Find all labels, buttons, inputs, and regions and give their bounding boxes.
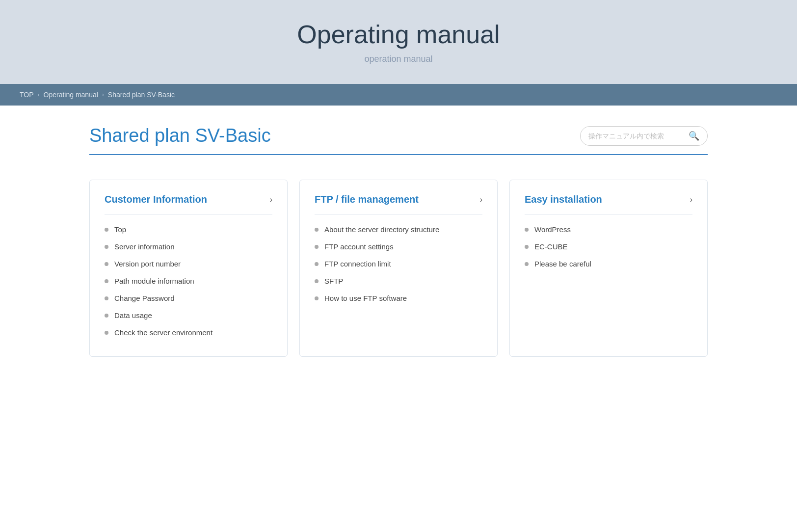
- card-arrow-ftp-file-management[interactable]: ›: [480, 195, 482, 204]
- card-header-easy-installation: Easy installation›: [525, 194, 692, 205]
- list-item[interactable]: Path module information: [105, 277, 272, 285]
- header-subtitle: operation manual: [10, 54, 787, 64]
- list-item[interactable]: Check the server environment: [105, 328, 272, 337]
- list-item[interactable]: Top: [105, 225, 272, 234]
- search-input[interactable]: [588, 132, 684, 140]
- card-arrow-customer-information[interactable]: ›: [270, 195, 272, 204]
- list-item[interactable]: About the server directory structure: [315, 225, 482, 234]
- page-title-row: Shared plan SV-Basic 🔍: [89, 125, 708, 155]
- list-item[interactable]: FTP connection limit: [315, 260, 482, 268]
- breadcrumb-current: Shared plan SV-Basic: [108, 91, 175, 99]
- main-content: Shared plan SV-Basic 🔍 Customer Informat…: [70, 106, 727, 386]
- card-header-customer-information: Customer Information›: [105, 194, 272, 205]
- list-item[interactable]: EC-CUBE: [525, 242, 692, 251]
- list-item[interactable]: Data usage: [105, 311, 272, 319]
- card-divider-customer-information: [105, 214, 272, 214]
- breadcrumb-separator-2: ›: [102, 91, 104, 98]
- card-header-ftp-file-management: FTP / file management›: [315, 194, 482, 205]
- breadcrumb-top[interactable]: TOP: [20, 91, 34, 99]
- list-item[interactable]: SFTP: [315, 277, 482, 285]
- card-easy-installation: Easy installation›WordPressEC-CUBEPlease…: [509, 180, 708, 357]
- card-list-customer-information: TopServer informationVersion port number…: [105, 225, 272, 337]
- list-item[interactable]: Please be careful: [525, 260, 692, 268]
- card-divider-ftp-file-management: [315, 214, 482, 214]
- page-title: Shared plan SV-Basic: [89, 125, 271, 146]
- list-item[interactable]: Change Password: [105, 294, 272, 302]
- card-list-easy-installation: WordPressEC-CUBEPlease be careful: [525, 225, 692, 268]
- page-header: Operating manual operation manual: [0, 0, 797, 84]
- cards-grid: Customer Information›TopServer informati…: [89, 180, 708, 357]
- list-item[interactable]: Version port number: [105, 260, 272, 268]
- list-item[interactable]: Server information: [105, 242, 272, 251]
- search-icon[interactable]: 🔍: [689, 131, 699, 141]
- card-ftp-file-management: FTP / file management›About the server d…: [299, 180, 498, 357]
- card-title-easy-installation[interactable]: Easy installation: [525, 194, 602, 205]
- list-item[interactable]: WordPress: [525, 225, 692, 234]
- list-item[interactable]: How to use FTP software: [315, 294, 482, 302]
- header-title: Operating manual: [10, 20, 787, 49]
- search-box[interactable]: 🔍: [580, 126, 708, 146]
- breadcrumb: TOP › Operating manual › Shared plan SV-…: [0, 84, 797, 106]
- card-arrow-easy-installation[interactable]: ›: [690, 195, 692, 204]
- list-item[interactable]: FTP account settings: [315, 242, 482, 251]
- breadcrumb-operating-manual[interactable]: Operating manual: [44, 91, 98, 99]
- card-customer-information: Customer Information›TopServer informati…: [89, 180, 288, 357]
- card-list-ftp-file-management: About the server directory structureFTP …: [315, 225, 482, 302]
- card-divider-easy-installation: [525, 214, 692, 214]
- breadcrumb-separator-1: ›: [38, 91, 40, 98]
- card-title-ftp-file-management[interactable]: FTP / file management: [315, 194, 419, 205]
- card-title-customer-information[interactable]: Customer Information: [105, 194, 207, 205]
